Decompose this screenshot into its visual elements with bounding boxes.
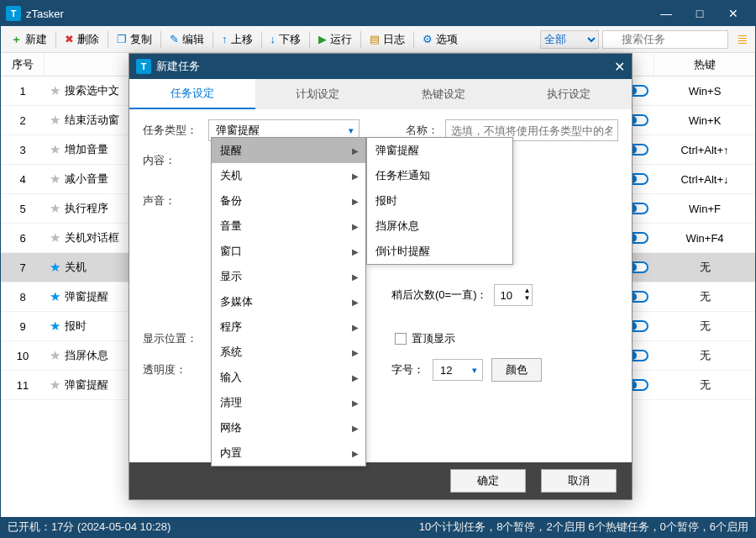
row-hotkey: Ctrl+Alt+↑	[654, 144, 755, 156]
filter-select[interactable]: 全部	[540, 30, 599, 49]
row-hotkey: 无	[654, 260, 755, 275]
cancel-button[interactable]: 取消	[541, 469, 617, 493]
row-hotkey: Win+K	[654, 114, 755, 127]
col-index: 序号	[1, 53, 45, 76]
label-opacity: 透明度：	[143, 362, 202, 377]
menu-item[interactable]: 音量▶	[212, 214, 365, 239]
menu-item[interactable]: 关机▶	[212, 163, 365, 188]
star-icon[interactable]: ★	[45, 377, 65, 393]
row-index: 11	[1, 379, 45, 392]
submenu-item[interactable]: 挡屏休息	[367, 214, 512, 239]
new-task-dialog: T 新建任务 ✕ 任务设定 计划设定 热键设定 执行设定 任务类型： 弹窗提醒 …	[129, 53, 633, 500]
log-button[interactable]: ▤日志	[363, 26, 412, 52]
move-down-button[interactable]: ↓下移	[264, 26, 308, 52]
tab-hotkey[interactable]: 热键设定	[381, 79, 507, 109]
color-button[interactable]: 颜色	[491, 358, 542, 382]
menu-item[interactable]: 备份▶	[212, 188, 365, 214]
row-hotkey: 无	[654, 319, 755, 334]
maximize-button[interactable]: □	[683, 7, 717, 20]
stepper-icon[interactable]: ▲▼	[524, 287, 531, 302]
row-index: 3	[1, 144, 45, 156]
status-summary: 10个计划任务，8个暂停，2个启用 6个热键任务，0个暂停，6个启用	[419, 520, 748, 535]
delete-button[interactable]: ✖删除	[58, 26, 106, 52]
row-index: 4	[1, 173, 45, 186]
close-button[interactable]: ✕	[717, 7, 750, 20]
star-icon[interactable]: ★	[45, 230, 65, 245]
copy-icon: ❐	[117, 33, 127, 45]
tab-schedule[interactable]: 计划设定	[255, 79, 381, 109]
list-view-button[interactable]: ≣	[732, 31, 752, 47]
font-size-dropdown[interactable]: 12	[433, 359, 483, 381]
new-button[interactable]: ＋新建	[4, 26, 54, 52]
type-menu[interactable]: 提醒▶关机▶备份▶音量▶窗口▶显示▶多媒体▶程序▶系统▶输入▶清理▶网络▶内置▶	[211, 137, 366, 467]
chevron-right-icon: ▶	[352, 298, 359, 307]
menu-item[interactable]: 输入▶	[212, 365, 365, 390]
row-index: 8	[1, 291, 45, 303]
row-hotkey: Win+S	[654, 85, 755, 98]
menu-item[interactable]: 程序▶	[212, 314, 365, 340]
star-icon[interactable]: ★	[45, 142, 65, 157]
row-hotkey: 无	[654, 348, 755, 363]
label-type: 任务类型：	[143, 123, 202, 138]
row-hotkey: 无	[654, 289, 755, 304]
chevron-right-icon: ▶	[352, 146, 359, 156]
copy-button[interactable]: ❐复制	[110, 26, 159, 52]
label-pos: 显示位置：	[143, 331, 202, 346]
row-hotkey: 无	[654, 377, 755, 393]
chevron-right-icon: ▶	[352, 171, 359, 181]
log-icon: ▤	[370, 33, 380, 45]
menu-item[interactable]: 清理▶	[212, 390, 365, 415]
star-icon[interactable]: ★	[45, 83, 65, 98]
label-sound: 声音：	[143, 193, 202, 208]
options-button[interactable]: ⚙选项	[416, 26, 465, 52]
star-icon[interactable]: ★	[45, 289, 65, 304]
menu-item[interactable]: 系统▶	[212, 340, 365, 365]
row-hotkey: Ctrl+Alt+↓	[654, 173, 755, 186]
submenu-item[interactable]: 报时	[367, 188, 512, 214]
menu-item[interactable]: 提醒▶	[212, 138, 365, 163]
label-content: 内容：	[143, 153, 202, 168]
row-index: 6	[1, 232, 45, 245]
up-icon: ↑	[222, 33, 228, 45]
star-icon[interactable]: ★	[45, 201, 65, 216]
submenu-item[interactable]: 倒计时提醒	[367, 239, 512, 264]
app-title: zTasker	[26, 8, 649, 20]
dialog-titlebar: T 新建任务 ✕	[129, 54, 632, 79]
row-index: 9	[1, 320, 45, 333]
search-input[interactable]	[602, 30, 728, 49]
star-icon[interactable]: ★	[45, 171, 65, 187]
menu-item[interactable]: 多媒体▶	[212, 289, 365, 314]
row-index: 5	[1, 203, 45, 215]
ok-button[interactable]: 确定	[450, 469, 526, 493]
star-icon[interactable]: ★	[45, 319, 65, 334]
menu-item[interactable]: 网络▶	[212, 415, 365, 440]
star-icon[interactable]: ★	[45, 348, 65, 363]
menu-item[interactable]: 内置▶	[212, 440, 365, 466]
window-titlebar: T zTasker — □ ✕	[1, 1, 755, 26]
uptime-value: 17分 (2024-05-04 10:28)	[51, 520, 171, 535]
pin-checkbox[interactable]: 置顶显示	[395, 331, 455, 346]
tab-exec[interactable]: 执行设定	[507, 79, 633, 109]
menu-item[interactable]: 显示▶	[212, 264, 365, 289]
row-hotkey: Win+F	[654, 203, 755, 215]
delete-icon: ✖	[65, 33, 74, 45]
submenu-item[interactable]: 任务栏通知	[367, 163, 512, 188]
chevron-right-icon: ▶	[352, 398, 359, 408]
edit-button[interactable]: ✎编辑	[163, 26, 211, 52]
star-icon[interactable]: ★	[45, 113, 65, 128]
dialog-close-button[interactable]: ✕	[614, 59, 625, 75]
chevron-right-icon: ▶	[352, 247, 359, 256]
row-hotkey: Win+F4	[654, 232, 755, 245]
chevron-right-icon: ▶	[352, 272, 359, 282]
menu-item[interactable]: 窗口▶	[212, 239, 365, 264]
chevron-right-icon: ▶	[352, 449, 359, 458]
move-up-button[interactable]: ↑上移	[215, 26, 260, 52]
star-icon[interactable]: ★	[45, 260, 65, 275]
app-icon: T	[6, 6, 21, 21]
minimize-button[interactable]: —	[649, 7, 683, 20]
type-submenu[interactable]: 弹窗提醒任务栏通知报时挡屏休息倒计时提醒	[366, 137, 513, 265]
later-count-input[interactable]: 10 ▲▼	[494, 284, 533, 306]
run-button[interactable]: ▶运行	[312, 26, 359, 52]
tab-task[interactable]: 任务设定	[129, 79, 255, 109]
submenu-item[interactable]: 弹窗提醒	[367, 138, 512, 163]
